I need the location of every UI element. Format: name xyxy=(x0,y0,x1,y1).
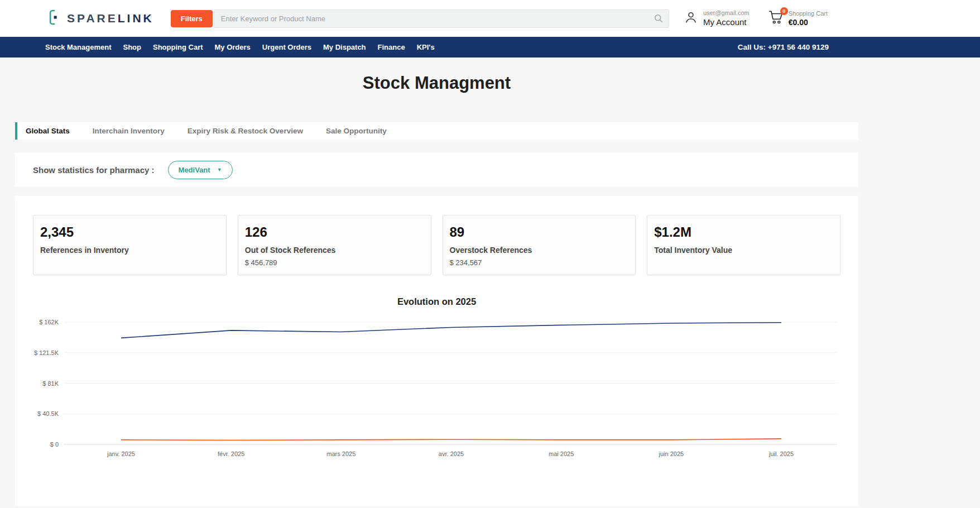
pharmacy-selector-label: Show statistics for pharmacy : xyxy=(33,165,155,175)
top-header: SPARELINK Filters user@gmail.com My Acco… xyxy=(0,0,980,37)
y-axis-tick-label: $ 40.5K xyxy=(37,410,59,417)
x-axis-tick-label: juil. 2025 xyxy=(768,451,794,457)
main-content: Stock Managment Global Stats Interchain … xyxy=(15,73,858,506)
nav-item-shop[interactable]: Shop xyxy=(123,43,141,51)
account-email: user@gmail.com xyxy=(703,9,750,17)
stat-cards-row: 2,345 References in Inventory 126 Out of… xyxy=(33,215,840,275)
tab-global-stats[interactable]: Global Stats xyxy=(26,127,70,135)
evolution-chart-svg: $ 162K$ 121.5K$ 81K$ 40.5K$ 0janv. 2025f… xyxy=(33,315,840,460)
evolution-chart: Evolution on 2025 $ 162K$ 121.5K$ 81K$ 4… xyxy=(33,296,840,462)
tab-interchain-inventory[interactable]: Interchain Inventory xyxy=(93,127,165,135)
logo[interactable]: SPARELINK xyxy=(49,9,154,28)
user-icon xyxy=(684,10,698,27)
nav-item-shopping-cart[interactable]: Shopping Cart xyxy=(153,43,203,51)
stat-card-overstock: 89 Overstock References $ 234,567 xyxy=(443,215,636,275)
search-bar xyxy=(214,9,669,28)
page-title: Stock Managment xyxy=(15,73,858,93)
chart-line-series_orange xyxy=(121,439,781,440)
stat-value: 2,345 xyxy=(40,224,219,240)
account-label: My Account xyxy=(703,17,747,28)
y-axis-tick-label: $ 81K xyxy=(42,380,59,387)
nav-item-kpis[interactable]: KPI's xyxy=(417,43,435,51)
stat-value: $1.2M xyxy=(654,224,833,240)
tabs-strip: Global Stats Interchain Inventory Expiry… xyxy=(15,122,858,140)
x-axis-tick-label: juin 2025 xyxy=(659,451,684,457)
logo-icon xyxy=(49,9,63,28)
x-axis-tick-label: mai 2025 xyxy=(549,451,574,457)
x-axis-tick-label: janv. 2025 xyxy=(107,451,135,457)
cart-total: €0.00 xyxy=(789,17,808,27)
logo-text-part1: SPARE xyxy=(67,12,118,25)
shopping-cart[interactable]: 0 Shopping Cart €0.00 xyxy=(768,9,828,27)
x-axis-tick-label: mars 2025 xyxy=(326,451,356,457)
pharmacy-selected-value: MediVant xyxy=(179,166,210,174)
y-axis-tick-label: $ 162K xyxy=(39,319,59,325)
cart-count-badge: 0 xyxy=(780,7,788,15)
x-axis-tick-label: avr. 2025 xyxy=(439,451,464,457)
logo-text: SPARELINK xyxy=(67,12,154,25)
stat-sub-value: $ 456,789 xyxy=(245,258,424,267)
stat-label: Overstock References xyxy=(450,246,629,255)
chart-title: Evolution on 2025 xyxy=(33,296,840,307)
filters-button[interactable]: Filters xyxy=(171,10,213,27)
cart-label: Shopping Cart xyxy=(789,9,828,17)
nav-item-my-orders[interactable]: My Orders xyxy=(215,43,251,51)
stat-label: Total Inventory Value xyxy=(654,246,833,255)
call-us-text: Call Us: +971 56 440 9129 xyxy=(738,43,829,51)
pharmacy-selector-panel: Show statistics for pharmacy : MediVant … xyxy=(15,152,858,187)
x-axis-tick-label: févr. 2025 xyxy=(218,451,244,457)
logo-text-part2: LINK xyxy=(118,12,154,25)
main-navbar: Stock Management Shop Shopping Cart My O… xyxy=(0,37,980,57)
stat-label: Out of Stock References xyxy=(245,246,424,255)
my-account[interactable]: user@gmail.com My Account xyxy=(684,9,750,28)
nav-item-stock-management[interactable]: Stock Management xyxy=(45,43,111,51)
nav-item-finance[interactable]: Finance xyxy=(378,43,405,51)
stat-card-references-in-inventory: 2,345 References in Inventory xyxy=(33,215,227,275)
pharmacy-select[interactable]: MediVant ▼ xyxy=(168,161,233,179)
stat-card-total-inventory-value: $1.2M Total Inventory Value xyxy=(647,215,840,275)
y-axis-tick-label: $ 0 xyxy=(50,441,59,448)
stat-label: References in Inventory xyxy=(40,246,219,255)
tab-sale-opportunity[interactable]: Sale Opportunity xyxy=(326,127,387,135)
search-icon[interactable] xyxy=(654,13,664,26)
stat-value: 126 xyxy=(245,224,424,240)
y-axis-tick-label: $ 121.5K xyxy=(34,349,59,356)
stat-sub-value: $ 234,567 xyxy=(450,258,629,267)
tab-expiry-risk-restock[interactable]: Expiry Risk & Restock Overview xyxy=(188,127,303,135)
chevron-down-icon: ▼ xyxy=(217,167,222,172)
stats-panel: 2,345 References in Inventory 126 Out of… xyxy=(15,196,858,506)
stat-value: 89 xyxy=(450,224,629,240)
cart-icon xyxy=(768,17,784,26)
tabs-accent-bar xyxy=(15,122,17,140)
search-input[interactable] xyxy=(214,9,669,28)
nav-item-my-dispatch[interactable]: My Dispatch xyxy=(323,43,366,51)
nav-item-urgent-orders[interactable]: Urgent Orders xyxy=(262,43,311,51)
evolution-chart-canvas: $ 162K$ 121.5K$ 81K$ 40.5K$ 0janv. 2025f… xyxy=(33,315,840,462)
chart-line-series_blue xyxy=(121,323,781,338)
stat-card-out-of-stock: 126 Out of Stock References $ 456,789 xyxy=(238,215,431,275)
